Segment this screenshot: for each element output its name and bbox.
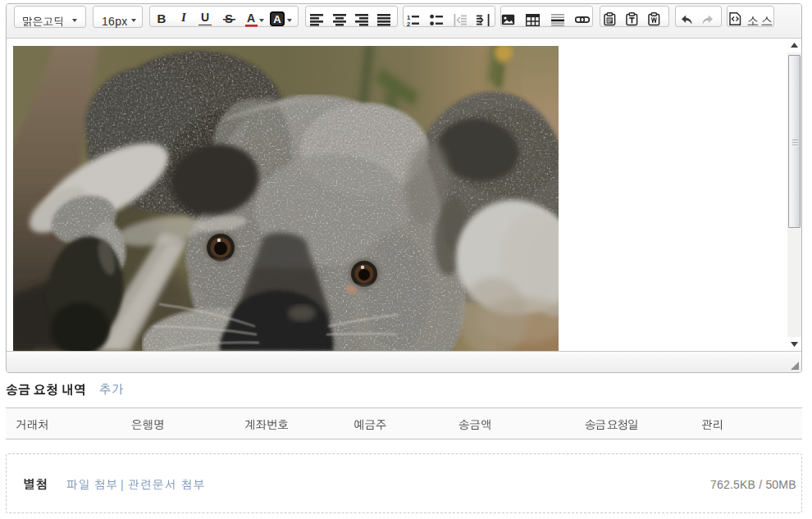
svg-text:2: 2 <box>407 20 410 27</box>
svg-text:A: A <box>273 13 281 25</box>
